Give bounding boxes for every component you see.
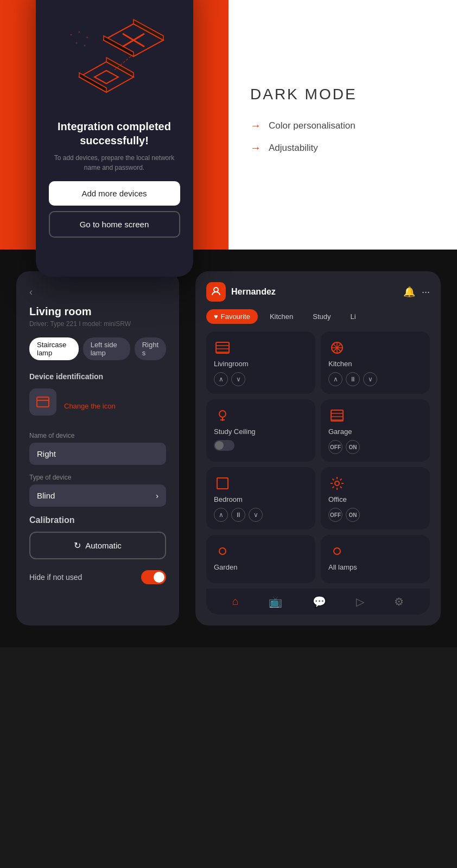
livingroom-down-btn[interactable]: ∨ bbox=[231, 372, 245, 386]
office-off-btn[interactable]: OFF bbox=[328, 508, 342, 522]
name-input[interactable] bbox=[29, 443, 166, 465]
garage-on-btn[interactable]: ON bbox=[346, 440, 360, 454]
livingroom-controls: ∧ ∨ bbox=[214, 372, 245, 386]
bedroom-pause-btn[interactable]: ⏸ bbox=[231, 508, 245, 522]
automatic-label: Automatic bbox=[85, 541, 122, 550]
integration-phone-card: ‹ bbox=[36, 0, 193, 277]
kitchen-pause-btn[interactable]: ⏸ bbox=[346, 372, 360, 386]
svg-point-37 bbox=[335, 481, 339, 486]
notification-icon[interactable]: 🔔 bbox=[403, 286, 415, 298]
go-home-button[interactable]: Go to home screen bbox=[49, 211, 180, 238]
automatic-button[interactable]: ↻ Automatic bbox=[29, 532, 166, 559]
nav-home-icon[interactable]: ⌂ bbox=[232, 595, 239, 608]
room-card-kitchen: Kitchen ∧ ⏸ ∨ bbox=[321, 331, 430, 394]
nav-play-icon[interactable]: ▷ bbox=[356, 595, 364, 608]
office-on-btn[interactable]: ON bbox=[346, 508, 360, 522]
tab-staircase[interactable]: Staircase lamp bbox=[29, 337, 79, 360]
smart-home-panel: Hernandez 🔔 ··· ♥ Favourite Kitchen Stud… bbox=[195, 271, 441, 626]
room-subtitle: Driver: Type 221 I model: miniSRW bbox=[29, 320, 166, 328]
room-card-study: Study Ceiling bbox=[206, 399, 315, 462]
hide-toggle-row: Hide if not used bbox=[29, 570, 166, 584]
user-info: Hernandez bbox=[206, 282, 276, 302]
tab-kitchen[interactable]: Kitchen bbox=[262, 309, 301, 324]
svg-point-47 bbox=[334, 548, 340, 554]
study-icon bbox=[214, 407, 231, 424]
rooms-grid: Livingroom ∧ ∨ bbox=[206, 331, 430, 583]
hide-toggle[interactable] bbox=[141, 570, 166, 584]
kitchen-up-btn[interactable]: ∧ bbox=[328, 372, 342, 386]
svg-point-3 bbox=[75, 42, 77, 44]
garden-icon bbox=[214, 542, 231, 560]
top-section: ‹ bbox=[0, 0, 457, 250]
type-select[interactable]: Blind › bbox=[29, 484, 166, 507]
garage-controls: OFF ON bbox=[328, 440, 360, 454]
user-name: Hernandez bbox=[231, 287, 276, 297]
livingroom-name: Livingroom bbox=[214, 360, 249, 368]
study-name: Study Ceiling bbox=[214, 427, 256, 436]
smart-home-wrapper: Hernandez 🔔 ··· ♥ Favourite Kitchen Stud… bbox=[195, 271, 441, 626]
alllamps-name: All lamps bbox=[328, 563, 357, 571]
main-dark-section: ‹ Living room Driver: Type 221 I model: … bbox=[0, 250, 457, 647]
top-left-panel: ‹ bbox=[0, 0, 228, 250]
livingroom-up-btn[interactable]: ∧ bbox=[214, 372, 228, 386]
name-field-group: Name of device bbox=[29, 432, 166, 465]
kitchen-down-btn[interactable]: ∨ bbox=[363, 372, 377, 386]
change-icon-link[interactable]: Change the icon bbox=[64, 402, 116, 410]
device-panel: ‹ Living room Driver: Type 221 I model: … bbox=[16, 271, 179, 626]
office-name: Office bbox=[328, 495, 347, 503]
name-label: Name of device bbox=[29, 432, 166, 439]
hide-label: Hide if not used bbox=[29, 573, 82, 582]
panel-back-button[interactable]: ‹ bbox=[29, 286, 166, 298]
feature-adjust: → Adjustability bbox=[250, 142, 435, 154]
kitchen-icon bbox=[328, 339, 346, 356]
add-devices-button[interactable]: Add more devices bbox=[49, 181, 180, 206]
bedroom-name: Bedroom bbox=[214, 495, 243, 503]
svg-line-44 bbox=[340, 479, 342, 481]
study-toggle[interactable] bbox=[214, 440, 234, 451]
toggle-knob bbox=[154, 572, 164, 583]
user-avatar bbox=[206, 282, 226, 302]
svg-line-43 bbox=[340, 487, 342, 488]
tab-right[interactable]: Right s bbox=[135, 337, 166, 360]
nav-tv-icon[interactable]: 📺 bbox=[269, 595, 282, 608]
refresh-icon: ↻ bbox=[74, 540, 81, 551]
room-title: Living room bbox=[29, 305, 166, 318]
room-tabs: ♥ Favourite Kitchen Study Li bbox=[206, 309, 430, 324]
bedroom-down-btn[interactable]: ∨ bbox=[249, 508, 263, 522]
room-card-alllamps: All lamps bbox=[321, 535, 430, 583]
svg-point-1 bbox=[78, 31, 80, 33]
bedroom-up-btn[interactable]: ∧ bbox=[214, 508, 228, 522]
more-icon[interactable]: ··· bbox=[422, 286, 430, 298]
tab-more[interactable]: Li bbox=[343, 309, 364, 324]
nav-chat-icon[interactable]: 💬 bbox=[313, 595, 326, 608]
smart-action-icons: 🔔 ··· bbox=[403, 286, 430, 298]
integration-subtitle: To add devices, prepare the local networ… bbox=[49, 153, 180, 173]
device-icon-box[interactable] bbox=[29, 388, 56, 416]
lamp-tabs: Staircase lamp Left side lamp Right s bbox=[29, 337, 166, 360]
feature-color: → Color personalisation bbox=[250, 119, 435, 132]
svg-rect-36 bbox=[217, 478, 228, 489]
tab-leftside[interactable]: Left side lamp bbox=[83, 337, 130, 360]
svg-point-0 bbox=[70, 34, 72, 36]
kitchen-name: Kitchen bbox=[328, 360, 352, 368]
garden-name: Garden bbox=[214, 563, 237, 571]
arrow-icon-2: → bbox=[250, 142, 261, 154]
office-icon bbox=[328, 475, 346, 492]
nav-settings-icon[interactable]: ⚙ bbox=[394, 595, 404, 608]
svg-line-45 bbox=[333, 487, 334, 488]
calibration-label: Calibration bbox=[29, 515, 166, 525]
room-card-livingroom: Livingroom ∧ ∨ bbox=[206, 331, 315, 394]
svg-rect-18 bbox=[37, 397, 49, 407]
svg-point-2 bbox=[86, 37, 88, 39]
arrow-icon-1: → bbox=[250, 119, 261, 132]
tab-favourite[interactable]: ♥ Favourite bbox=[206, 309, 258, 324]
tab-study[interactable]: Study bbox=[305, 309, 338, 324]
room-card-office: Office OFF ON bbox=[321, 467, 430, 529]
svg-point-4 bbox=[84, 45, 85, 47]
office-controls: OFF ON bbox=[328, 508, 360, 522]
feature-adjust-text: Adjustability bbox=[269, 143, 318, 154]
garage-off-btn[interactable]: OFF bbox=[328, 440, 342, 454]
heart-icon: ♥ bbox=[214, 312, 218, 321]
type-field-group: Type of device Blind › bbox=[29, 474, 166, 507]
svg-rect-32 bbox=[331, 410, 343, 421]
